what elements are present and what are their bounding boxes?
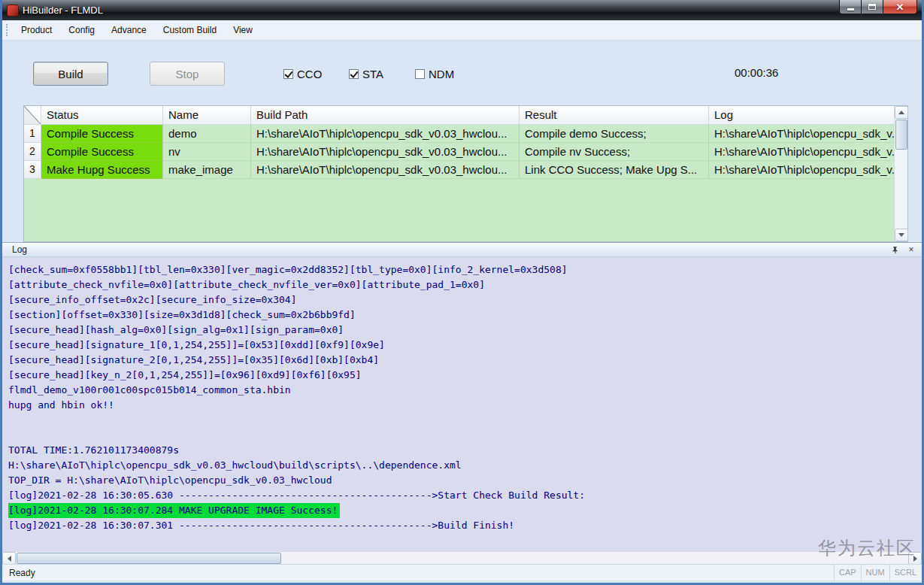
horizontal-scroll-thumb[interactable]	[17, 553, 281, 564]
table-vertical-scrollbar[interactable]	[894, 106, 907, 241]
cell-build-path: H:\share\AIoT\hiplc\opencpu_sdk_v0.03_hw…	[251, 125, 520, 143]
title-bar[interactable]: HiBuilder - FLMDL ✕	[2, 0, 922, 20]
log-line-highlighted: [log]2021-02-28 16:30:07.284 MAKE UPGRAD…	[8, 503, 340, 518]
col-header-build-path[interactable]: Build Path	[251, 106, 520, 125]
menu-item-custom-build[interactable]: Custom Build	[155, 22, 225, 38]
scroll-left-button[interactable]	[2, 552, 16, 565]
toolbar: Build Stop CCO STA NDM 00:00:36	[2, 41, 922, 105]
log-line: TOTAL TIME:1.762101173400879s	[8, 443, 922, 458]
maximize-button[interactable]	[862, 0, 883, 14]
log-panel-tools: ×	[889, 244, 916, 255]
minimize-icon	[847, 8, 854, 11]
log-line: [attribute_check_nvfile=0x0][attribute_c…	[8, 277, 922, 292]
status-text: Ready	[9, 568, 35, 578]
cell-build-path: H:\share\AIoT\hiplc\opencpu_sdk_v0.03_hw…	[251, 143, 520, 161]
cell-name: nv	[163, 143, 251, 161]
cell-result: Compile demo Success;	[520, 125, 709, 143]
table-header-row: Status Name Build Path Result Log	[24, 106, 894, 125]
row-number: 1	[24, 125, 41, 143]
menu-item-config[interactable]: Config	[60, 22, 103, 38]
menu-item-advance[interactable]: Advance	[103, 22, 155, 38]
arrow-down-icon	[898, 233, 904, 237]
build-table: Status Name Build Path Result Log 1 Comp…	[23, 105, 908, 242]
arrow-up-icon	[898, 111, 904, 114]
cell-result: Compile nv Success;	[520, 143, 709, 161]
build-button[interactable]: Build	[33, 62, 108, 86]
checkbox-ndm[interactable]: NDM	[415, 68, 454, 80]
scroll-up-button[interactable]	[895, 106, 908, 119]
watermark: 华为云社区	[818, 536, 916, 560]
log-line: [log]2021-02-28 16:30:05.630 -----------…	[8, 488, 922, 503]
log-line: [section][offset=0x330][size=0x3d1d8][ch…	[8, 308, 922, 323]
pin-icon[interactable]	[889, 244, 900, 255]
log-close-icon[interactable]: ×	[906, 244, 916, 255]
log-line: [secure_head][key_n_2[0,1,254,255]]=[0x9…	[8, 368, 922, 383]
table-row-3[interactable]: 3 Make Hupg Success make_image H:\share\…	[24, 161, 894, 179]
pin-icon-svg	[891, 246, 899, 254]
table-corner-cell[interactable]	[24, 106, 41, 125]
menu-item-view[interactable]: View	[225, 22, 261, 38]
sta-checkbox-box	[349, 69, 359, 79]
table-empty-area	[24, 179, 894, 241]
cco-checkbox-box	[283, 69, 293, 79]
log-line: [secure_info_offset=0x2c][secure_info_si…	[8, 292, 922, 308]
cell-log: H:\share\AIoT\hiplc\opencpu_sdk_v...	[709, 143, 894, 161]
col-header-result[interactable]: Result	[520, 106, 709, 125]
menu-bar: Product Config Advance Custom Build View	[2, 20, 922, 41]
sta-checkbox-label: STA	[362, 68, 383, 80]
col-header-status[interactable]: Status	[41, 106, 163, 125]
log-panel-title: Log	[12, 244, 27, 255]
cell-name: make_image	[163, 161, 251, 179]
close-button[interactable]: ✕	[883, 0, 917, 14]
log-line: [log]2021-02-28 16:30:07.301 -----------…	[8, 518, 922, 533]
scroll-lock-indicator: SCRL	[889, 565, 921, 580]
log-line	[8, 428, 922, 443]
menu-item-product[interactable]: Product	[13, 22, 60, 38]
row-number: 2	[24, 143, 41, 161]
cell-name: demo	[163, 125, 251, 143]
log-horizontal-scrollbar[interactable]	[2, 551, 922, 564]
close-icon: ✕	[896, 1, 904, 14]
table-row-2[interactable]: 2 Compile Success nv H:\share\AIoT\hiplc…	[24, 143, 894, 161]
vertical-scroll-thumb[interactable]	[895, 120, 907, 150]
cell-log: H:\share\AIoT\hiplc\opencpu_sdk_v...	[709, 125, 894, 143]
window-title: HiBuilder - FLMDL	[23, 5, 103, 16]
checkbox-sta[interactable]: STA	[349, 68, 383, 80]
ndm-checkbox-label: NDM	[429, 68, 454, 80]
cell-build-path: H:\share\AIoT\hiplc\opencpu_sdk_v0.03_hw…	[251, 161, 520, 179]
log-line: hupg and hbin ok!!	[8, 398, 922, 413]
scroll-down-button[interactable]	[895, 229, 908, 241]
log-line: TOP_DIR = H:\share\AIoT\hiplc\opencpu_sd…	[8, 473, 922, 488]
log-line: [secure_head][signature_1[0,1,254,255]]=…	[8, 338, 922, 353]
log-line: H:\share\AIoT\hiplc\opencpu_sdk_v0.03_hw…	[8, 458, 922, 473]
app-icon	[7, 5, 19, 17]
cco-checkbox-label: CCO	[297, 68, 322, 80]
build-timer: 00:00:36	[735, 66, 778, 79]
caps-lock-indicator: CAP	[834, 565, 861, 580]
log-output: [check_sum=0xf0558bb1][tbl_len=0x330][ve…	[2, 257, 922, 551]
app-window: HiBuilder - FLMDL ✕ Product Config Advan…	[0, 0, 924, 585]
toolbar-grip	[6, 24, 8, 36]
status-bar: Ready CAP NUM SCRL	[2, 564, 922, 580]
log-line: flmdl_demo_v100r001c00spc015b014_common_…	[8, 383, 922, 398]
maximize-icon	[868, 4, 876, 10]
log-line: [secure_head][signature_2[0,1,254,255]]=…	[8, 353, 922, 368]
status-badge: Compile Success	[41, 125, 163, 143]
checkbox-cco[interactable]: CCO	[283, 68, 322, 80]
table-row-1[interactable]: 1 Compile Success demo H:\share\AIoT\hip…	[24, 125, 894, 143]
status-badge: Compile Success	[41, 143, 163, 161]
window-controls: ✕	[839, 0, 917, 14]
num-lock-indicator: NUM	[861, 565, 889, 580]
arrow-left-icon	[8, 556, 11, 562]
col-header-name[interactable]: Name	[163, 106, 251, 125]
log-line: [secure_head][hash_alg=0x0][sign_alg=0x1…	[8, 323, 922, 338]
row-number: 3	[24, 161, 41, 179]
log-line	[8, 413, 922, 428]
keyboard-indicators: CAP NUM SCRL	[834, 565, 921, 580]
col-header-log[interactable]: Log	[709, 106, 894, 125]
ndm-checkbox-box	[415, 69, 425, 79]
cell-result: Link CCO Success; Make Upg S...	[520, 161, 709, 179]
stop-button[interactable]: Stop	[150, 62, 225, 86]
log-panel-header[interactable]: Log ×	[2, 242, 922, 257]
minimize-button[interactable]	[839, 0, 862, 14]
